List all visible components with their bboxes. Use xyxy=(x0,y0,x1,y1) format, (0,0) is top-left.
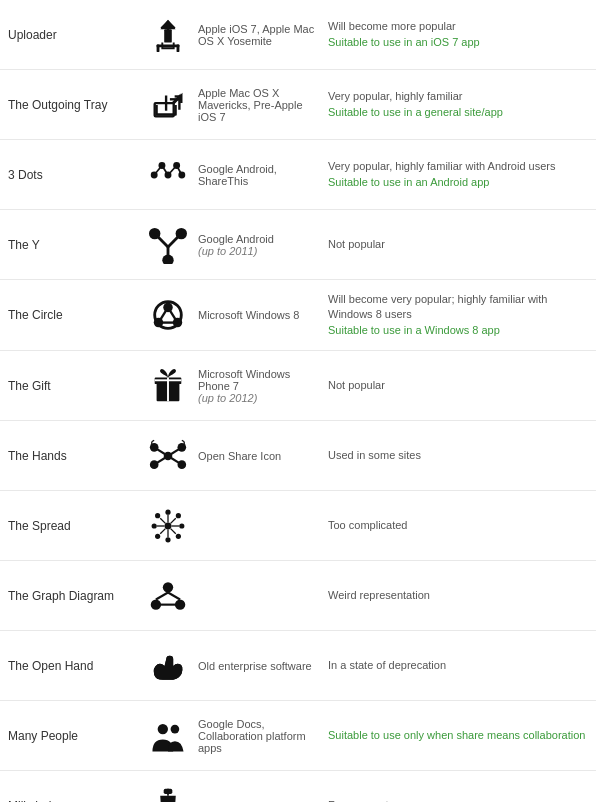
svg-point-62 xyxy=(163,582,173,592)
icon-visual xyxy=(138,16,198,54)
svg-line-41 xyxy=(154,447,168,456)
svg-line-59 xyxy=(171,518,176,523)
svg-point-46 xyxy=(165,509,170,514)
icon-name: The Graph Diagram xyxy=(8,589,138,603)
suitable-text: Suitable to use in an Android app xyxy=(328,176,489,188)
platform-text: Old enterprise software xyxy=(198,660,328,672)
table-row: Uploader Apple iOS 7, Apple Mac OS X Yos… xyxy=(0,0,596,70)
description-text: Will become more popularSuitable to use … xyxy=(328,19,588,50)
icon-visual xyxy=(138,226,198,264)
table-row: The Circle Microsoft Windows 8Will becom… xyxy=(0,280,596,351)
description-text: Suitable to use only when share means co… xyxy=(328,728,588,743)
platform-text: Microsoft Windows Phone 7(up to 2012) xyxy=(198,368,328,404)
description-text: In a state of deprecation xyxy=(328,658,588,673)
svg-line-44 xyxy=(168,456,182,465)
svg-point-69 xyxy=(171,724,180,733)
platform-text: Apple iOS 7, Apple Mac OS X Yosemite xyxy=(198,23,328,47)
table-row: 3 Dots Google Android, ShareThisVery pop… xyxy=(0,140,596,210)
platform-text: Google Android, ShareThis xyxy=(198,163,328,187)
icon-visual xyxy=(138,86,198,124)
platform-text: Open Share Icon xyxy=(198,450,328,462)
icon-name: The Y xyxy=(8,238,138,252)
svg-point-51 xyxy=(176,513,181,518)
svg-point-50 xyxy=(155,513,160,518)
icon-name: The Hands xyxy=(8,449,138,463)
suitable-text: Suitable to use in a Windows 8 app xyxy=(328,324,500,336)
svg-line-42 xyxy=(168,447,182,456)
icon-name: The Circle xyxy=(8,308,138,322)
svg-line-43 xyxy=(154,456,168,465)
svg-line-30 xyxy=(168,307,178,322)
table-row: Milkshake Fun concept xyxy=(0,771,596,802)
svg-line-65 xyxy=(156,592,168,599)
svg-line-66 xyxy=(168,592,180,599)
svg-line-58 xyxy=(160,518,165,523)
svg-point-48 xyxy=(152,523,157,528)
platform-text: Microsoft Windows 8 xyxy=(198,309,328,321)
svg-point-18 xyxy=(173,162,180,169)
description-text: Too complicated xyxy=(328,518,588,533)
suitable-text: Suitable to use in a general site/app xyxy=(328,106,503,118)
icon-visual xyxy=(138,577,198,615)
table-row: The Spread Too complicated xyxy=(0,491,596,561)
description-text: Very popular, highly familiar with Andro… xyxy=(328,159,588,190)
table-row: Many People Google Docs, Collaboration p… xyxy=(0,701,596,771)
svg-rect-3 xyxy=(157,44,160,52)
icon-name: Many People xyxy=(8,729,138,743)
table-row: The Graph Diagram Weird representation xyxy=(0,561,596,631)
svg-point-52 xyxy=(155,533,160,538)
icon-visual xyxy=(138,507,198,545)
table-row: The Y Google Android(up to 2011)Not popu… xyxy=(0,210,596,280)
platform-text: Google Android(up to 2011) xyxy=(198,233,328,257)
description-text: Will become very popular; highly familia… xyxy=(328,292,588,338)
suitable-text: Suitable to use in an iOS 7 app xyxy=(328,36,480,48)
svg-rect-4 xyxy=(177,44,180,52)
share-icons-table: Uploader Apple iOS 7, Apple Mac OS X Yos… xyxy=(0,0,596,802)
description-text: Used in some sites xyxy=(328,448,588,463)
svg-point-49 xyxy=(179,523,184,528)
icon-visual xyxy=(138,156,198,194)
icon-visual xyxy=(138,787,198,802)
table-row: The Hands Open Share IconUsed in some si… xyxy=(0,421,596,491)
svg-line-22 xyxy=(155,233,168,246)
svg-line-60 xyxy=(160,528,165,533)
icon-visual xyxy=(138,647,198,685)
table-row: The Open Hand Old enterprise softwareIn … xyxy=(0,631,596,701)
description-text: Not popular xyxy=(328,378,588,393)
icon-visual xyxy=(138,367,198,405)
table-row: The Outgoing Tray Apple Mac OS X Maveric… xyxy=(0,70,596,140)
description-text: Not popular xyxy=(328,237,588,252)
svg-point-68 xyxy=(158,724,168,734)
icon-name: The Outgoing Tray xyxy=(8,98,138,112)
icon-name: 3 Dots xyxy=(8,168,138,182)
icon-visual xyxy=(138,296,198,334)
table-row: The Gift Microsoft Windows Phone 7(up to… xyxy=(0,351,596,421)
description-text: Weird representation xyxy=(328,588,588,603)
svg-line-61 xyxy=(171,528,176,533)
icon-name: The Gift xyxy=(8,379,138,393)
suitable-text: Suitable to use only when share means co… xyxy=(328,729,585,741)
description-text: Fun concept xyxy=(328,798,588,802)
description-text: Very popular, highly familiarSuitable to… xyxy=(328,89,588,120)
platform-text: Google Docs, Collaboration platform apps xyxy=(198,718,328,754)
svg-line-23 xyxy=(168,233,181,246)
platform-text: Apple Mac OS X Mavericks, Pre-Apple iOS … xyxy=(198,87,328,123)
svg-point-53 xyxy=(176,533,181,538)
svg-rect-2 xyxy=(157,44,180,47)
svg-point-47 xyxy=(165,537,170,542)
svg-line-29 xyxy=(159,307,169,322)
icon-visual xyxy=(138,437,198,475)
icon-name: The Open Hand xyxy=(8,659,138,673)
icon-visual xyxy=(138,717,198,755)
svg-point-45 xyxy=(165,522,172,529)
icon-name: Uploader xyxy=(8,28,138,42)
icon-name: The Spread xyxy=(8,519,138,533)
svg-point-17 xyxy=(159,162,166,169)
